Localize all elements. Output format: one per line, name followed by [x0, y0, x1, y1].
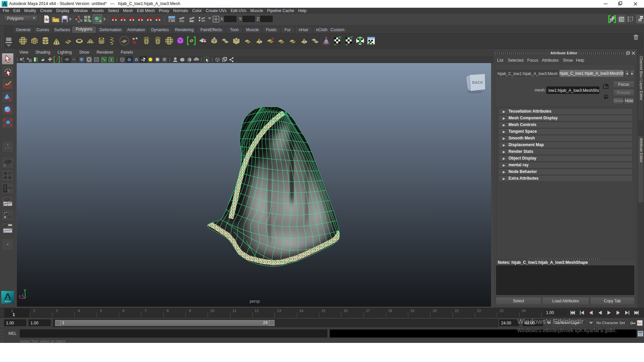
- svg-text:T: T: [110, 58, 112, 62]
- svg-text:x: x: [18, 294, 21, 298]
- svg-text:MAYA: MAYA: [5, 300, 11, 303]
- svg-text:IPR: IPR: [190, 20, 193, 22]
- svg-text:z: z: [22, 293, 24, 297]
- svg-text:y: y: [24, 288, 26, 292]
- svg-text:BACK: BACK: [472, 80, 483, 84]
